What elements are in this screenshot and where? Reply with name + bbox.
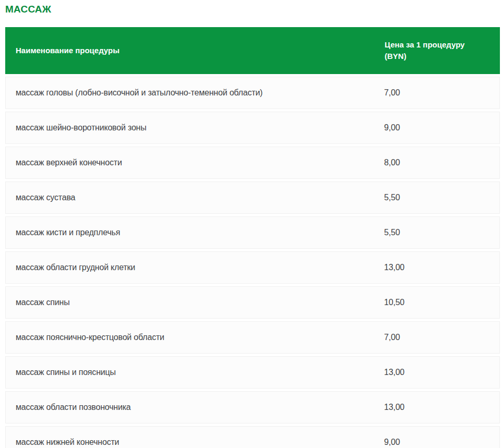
table-row: массаж области грудной клетки 13,00 [5, 251, 500, 284]
procedure-name: массаж сустава [6, 193, 384, 202]
table-row: массаж сустава 5,50 [5, 181, 500, 214]
procedure-name: массаж головы (лобно-височной и затылочн… [6, 88, 384, 98]
procedure-name: массаж нижней конечности [6, 438, 384, 447]
procedure-price: 13,00 [384, 368, 499, 377]
procedure-name: массаж спины и поясницы [6, 368, 384, 377]
procedure-name: массаж области позвоночника [6, 403, 384, 412]
procedure-price: 5,50 [384, 193, 499, 202]
procedure-price: 10,50 [384, 298, 499, 307]
table-row: массаж шейно-воротниковой зоны 9,00 [5, 112, 500, 144]
table-body: массаж головы (лобно-височной и затылочн… [5, 77, 500, 448]
procedure-price: 13,00 [384, 263, 499, 272]
section-title: МАССАЖ [5, 4, 500, 15]
table-row: массаж пояснично-крестцовой области 7,00 [5, 321, 500, 354]
procedure-price: 7,00 [384, 88, 499, 98]
price-list-page: МАССАЖ Наименование процедуры Цена за 1 … [0, 4, 502, 448]
table-row: массаж головы (лобно-височной и затылочн… [5, 77, 500, 109]
table-row: массаж верхней конечности 8,00 [5, 147, 500, 179]
price-table: Наименование процедуры Цена за 1 процеду… [5, 27, 500, 448]
table-row: массаж нижней конечности 9,00 [5, 426, 500, 448]
table-row: массаж спины и поясницы 13,00 [5, 356, 500, 389]
procedure-price: 9,00 [384, 438, 499, 447]
procedure-name: массаж пояснично-крестцовой области [6, 333, 384, 342]
procedure-price: 7,00 [384, 333, 499, 342]
procedure-name: массаж спины [6, 298, 384, 307]
procedure-name: массаж кисти и предплечья [6, 228, 384, 237]
procedure-name: массаж области грудной клетки [6, 263, 384, 272]
column-header-procedure: Наименование процедуры [5, 45, 385, 57]
column-header-price: Цена за 1 процедуру (BYN) [385, 39, 500, 63]
procedure-price: 5,50 [384, 228, 499, 237]
procedure-name: массаж верхней конечности [6, 158, 384, 167]
procedure-price: 9,00 [384, 123, 499, 132]
procedure-price: 13,00 [384, 403, 499, 412]
table-row: массаж спины 10,50 [5, 286, 500, 319]
procedure-price: 8,00 [384, 158, 499, 167]
procedure-name: массаж шейно-воротниковой зоны [6, 123, 384, 132]
table-row: массаж кисти и предплечья 5,50 [5, 216, 500, 249]
table-header-row: Наименование процедуры Цена за 1 процеду… [5, 27, 500, 74]
table-row: массаж области позвоночника 13,00 [5, 391, 500, 423]
